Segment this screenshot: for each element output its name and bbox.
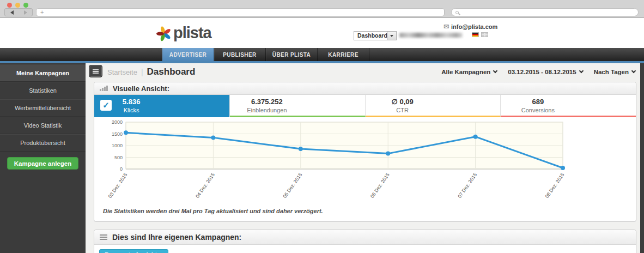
chevron-down-icon <box>579 69 583 73</box>
svg-text:06 Dez. 2015: 06 Dez. 2015 <box>369 172 391 199</box>
flag-german-icon[interactable] <box>472 32 479 37</box>
date-range-dropdown[interactable]: 03.12.2015 - 08.12.2015 <box>508 69 582 75</box>
ctr-value: ∅ 0,09 <box>366 98 440 106</box>
svg-text:1000: 1000 <box>112 143 123 148</box>
svg-text:07 Dez. 2015: 07 Dez. 2015 <box>457 172 478 199</box>
stat-tab-ctr[interactable]: ∅ 0,09 CTR <box>366 95 501 117</box>
sidebar: Meine Kampagnen Statistiken Werbemittelü… <box>0 63 86 253</box>
nav-tab-karriere[interactable]: KARRIERE <box>318 48 369 61</box>
list-icon <box>100 234 107 236</box>
page-title: Dashboard <box>147 67 196 77</box>
sidebar-item-produktuebersicht[interactable]: Produktübersicht <box>0 134 86 152</box>
breadcrumb-separator: | <box>141 68 143 76</box>
svg-text:0: 0 <box>120 166 123 172</box>
nav-tab-ueber-plista[interactable]: ÜBER PLISTA <box>266 48 318 61</box>
limited-view-dropdown-button[interactable]: Begrenzte Ansicht <box>99 249 168 253</box>
svg-text:05 Dez. 2015: 05 Dez. 2015 <box>282 172 303 199</box>
window-minimize-button[interactable] <box>15 3 20 8</box>
create-campaign-button[interactable]: Kampagne anlegen <box>7 157 78 170</box>
svg-text:1500: 1500 <box>112 131 123 137</box>
browser-forward-button[interactable] <box>19 9 32 16</box>
ctr-label: CTR <box>366 107 440 113</box>
window-close-button[interactable] <box>7 3 12 8</box>
visual-panel-header: Visuelle Ansicht: <box>94 82 636 95</box>
campaigns-panel-header: Dies sind Ihre eigenen Kampagnen: <box>94 230 636 245</box>
brand-name: plista <box>173 24 211 42</box>
envelope-icon: ✉ <box>443 23 449 31</box>
sidebar-toggle-button[interactable] <box>89 65 102 77</box>
svg-text:500: 500 <box>114 155 123 160</box>
browser-chrome: + <box>0 0 644 18</box>
view-selector-value[interactable]: Dashboard <box>354 31 387 40</box>
breadcrumb: Startseite | Dashboard <box>107 67 195 77</box>
campaigns-panel-title: Dies sind Ihre eigenen Kampagnen: <box>112 233 241 242</box>
chevron-down-icon <box>631 69 636 73</box>
stat-tab-klicks[interactable]: ✓ 5.836 Klicks <box>94 95 230 117</box>
forward-arrow-icon <box>24 10 27 15</box>
svg-text:04 Dez. 2015: 04 Dez. 2015 <box>195 172 216 199</box>
klicks-label: Klicks <box>94 107 168 113</box>
clicks-line-chart: 050010001500200003 Dez. 201504 Dez. 2015… <box>94 117 636 203</box>
svg-text:08 Dez. 2015: 08 Dez. 2015 <box>544 172 566 199</box>
window-maximize-button[interactable] <box>23 3 28 8</box>
flag-english-icon[interactable] <box>481 32 488 37</box>
account-name-blurred <box>399 33 463 38</box>
search-icon <box>455 11 459 14</box>
view-selector: Dashboard <box>354 31 397 40</box>
page-right-edge <box>640 63 644 253</box>
language-switcher <box>472 32 488 37</box>
sidebar-item-video-statistik[interactable]: Video Statistik <box>0 117 86 134</box>
browser-address-bar[interactable]: + <box>36 8 445 16</box>
view-selector-caret-button[interactable] <box>387 31 397 40</box>
campaigns-panel-body: Begrenzte Ansicht <box>94 245 636 253</box>
conversions-value: 689 <box>501 98 575 106</box>
main-content: Startseite | Dashboard Alle Kampagnen 03… <box>86 63 644 253</box>
klicks-value: 5.836 <box>94 98 168 106</box>
sidebar-item-statistiken[interactable]: Statistiken <box>0 82 86 99</box>
browser-back-button[interactable] <box>5 9 19 16</box>
einblendungen-value: 6.375.252 <box>230 98 304 106</box>
site-header: plista ✉ info@plista.com Dashboard <box>0 18 644 48</box>
stat-tab-einblendungen[interactable]: 6.375.252 Einblendungen <box>230 95 366 117</box>
date-range-label: 03.12.2015 - 08.12.2015 <box>508 69 576 75</box>
nav-tab-advertiser[interactable]: ADVERTISER <box>162 48 214 61</box>
main-navigation: ADVERTISER PUBLISHER ÜBER PLISTA KARRIER… <box>0 48 644 61</box>
stats-update-note: Die Statistiken werden drei Mal pro Tag … <box>94 203 636 221</box>
granularity-label: Nach Tagen <box>594 69 629 75</box>
campaign-filter-label: Alle Kampagnen <box>441 69 490 75</box>
einblendungen-label: Einblendungen <box>230 107 304 113</box>
visual-panel-title: Visuelle Ansicht: <box>113 85 169 93</box>
browser-search-bar[interactable] <box>451 8 639 16</box>
conversions-label: Conversions <box>501 107 575 113</box>
caret-down-icon <box>390 35 393 37</box>
filter-bar: Alle Kampagnen 03.12.2015 - 08.12.2015 N… <box>441 69 635 75</box>
plista-pinwheel-icon <box>156 25 172 41</box>
page-toolbar: Startseite | Dashboard Alle Kampagnen 03… <box>94 63 636 82</box>
stat-tab-conversions[interactable]: 689 Conversions <box>501 95 636 117</box>
granularity-dropdown[interactable]: Nach Tagen <box>594 69 635 75</box>
browser-nav-buttons <box>4 8 33 16</box>
svg-text:2000: 2000 <box>112 119 123 125</box>
sidebar-item-meine-kampagnen[interactable]: Meine Kampagnen <box>0 64 86 82</box>
email-text: info@plista.com <box>451 23 497 30</box>
nav-tab-publisher[interactable]: PUBLISHER <box>214 48 266 61</box>
bar-chart-icon <box>100 86 108 91</box>
plista-logo[interactable]: plista <box>156 24 211 42</box>
back-arrow-icon <box>10 10 14 15</box>
campaign-filter-dropdown[interactable]: Alle Kampagnen <box>441 69 497 75</box>
stat-tabs: ✓ 5.836 Klicks 6.375.252 Einblendungen ∅… <box>94 95 636 117</box>
breadcrumb-home[interactable]: Startseite <box>107 68 137 76</box>
sidebar-item-werbemitteluebersicht[interactable]: Werbemittelübersicht <box>0 99 86 117</box>
campaigns-panel: Dies sind Ihre eigenen Kampagnen: Begren… <box>94 230 636 253</box>
hamburger-icon <box>93 69 99 70</box>
chevron-down-icon <box>493 69 497 73</box>
contact-email[interactable]: ✉ info@plista.com <box>443 23 497 31</box>
visual-view-panel: Visuelle Ansicht: ✓ 5.836 Klicks 6.375.2… <box>94 82 636 222</box>
svg-text:03 Dez. 2015: 03 Dez. 2015 <box>107 172 129 199</box>
